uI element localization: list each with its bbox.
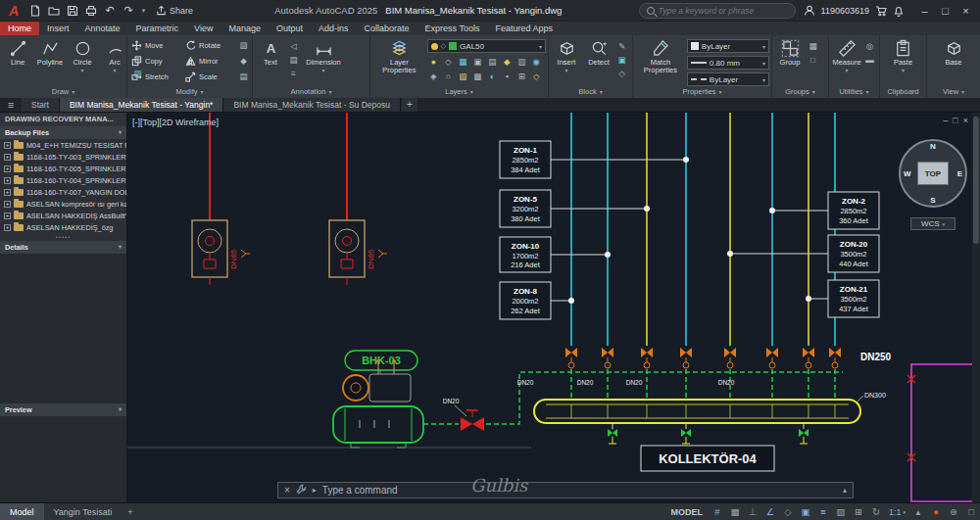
viewcube-top-face[interactable]: TOP <box>917 162 949 185</box>
ortho-toggle[interactable]: ⊥ <box>744 503 761 520</box>
gear-icon[interactable]: ⊛ <box>945 503 962 520</box>
zone-box-zon-2[interactable]: ZON-2 2850m2 360 Adet <box>828 192 879 229</box>
bell-icon[interactable] <box>893 5 905 17</box>
add-layout-button[interactable]: + <box>122 503 138 520</box>
layer-walk-icon[interactable]: ◉ <box>530 56 543 68</box>
backup-file-item[interactable]: +ASELSAN HAKKEDİŞ AssBuiltY <box>0 210 126 221</box>
new-drawing-tab-button[interactable]: + <box>402 98 417 112</box>
save-button[interactable] <box>65 3 80 19</box>
clean-screen-toggle[interactable]: □ <box>962 503 980 520</box>
isodraft-toggle[interactable]: ◇ <box>779 503 797 520</box>
bhk-label[interactable]: BHK-03 <box>345 351 417 370</box>
polar-tracking-toggle[interactable]: ∠ <box>761 503 779 520</box>
block-panel-label[interactable]: Block▾ <box>549 86 632 98</box>
layer-freeze-tool-icon[interactable]: ▦ <box>457 56 469 68</box>
zone-box-zon-20[interactable]: ZON-20 3500m2 440 Adet <box>828 235 879 272</box>
layer-merge-icon[interactable]: ▩ <box>471 71 484 82</box>
tab-parametric[interactable]: Parametric <box>128 22 187 35</box>
zone-box-zon-10[interactable]: ZON-10 1700m2 216 Adet <box>500 237 551 272</box>
user-icon[interactable] <box>804 5 815 17</box>
move-tool[interactable]: Move <box>129 40 183 51</box>
snap-toggle[interactable]: ▦ <box>726 503 744 520</box>
edit-block-icon[interactable]: ▣ <box>615 54 628 66</box>
linetype-select[interactable]: ByLayer ▾ <box>687 72 769 86</box>
tab-output[interactable]: Output <box>269 22 311 35</box>
zone-box-zon-1[interactable]: ZON-1 2850m2 384 Adet <box>500 141 551 178</box>
layer-current-icon[interactable]: ◇ <box>530 71 543 82</box>
layer-select[interactable]: ◇ GAL50 ▾ <box>427 39 546 53</box>
copy-tool[interactable]: Copy <box>129 56 183 67</box>
tab-express-tools[interactable]: Express Tools <box>417 22 488 35</box>
preview-header[interactable]: Preview▾ <box>0 403 126 416</box>
expand-icon[interactable]: + <box>4 189 11 196</box>
polyline-tool[interactable]: Polyline <box>34 37 66 67</box>
lineweight-select[interactable]: 0.80 mm ▾ <box>687 56 769 70</box>
zone-valve-stations[interactable] <box>565 348 841 368</box>
viewcube[interactable]: N S W E TOP <box>895 135 971 212</box>
stretch-tool[interactable]: Stretch <box>129 71 183 82</box>
tab-drawing-yangin[interactable]: BIM Manisa_Mekanik Tesisat - Yangin* <box>60 98 223 112</box>
expand-icon[interactable]: + <box>4 154 11 161</box>
block-attributes-icon[interactable]: ◇ <box>615 68 628 79</box>
rotate-tool[interactable]: Rotate <box>183 40 237 51</box>
viewport-minimize-icon[interactable]: – <box>943 116 948 125</box>
chevron-up-icon[interactable]: ▴ <box>843 486 847 495</box>
utilities-panel-label[interactable]: Utilities▾ <box>829 86 879 98</box>
annotation-scale[interactable]: 1:1 ▾ <box>885 507 909 517</box>
line-tool[interactable]: Line <box>2 37 33 67</box>
lineweight-toggle[interactable]: ≡ <box>814 503 832 520</box>
viewcube-north[interactable]: N <box>930 142 936 151</box>
measure-tool[interactable]: Measure▾ <box>831 37 862 73</box>
collector-drains[interactable] <box>608 423 808 444</box>
plot-button[interactable] <box>83 3 99 19</box>
modify-panel-label[interactable]: Modify▾ <box>127 86 252 98</box>
draw-panel-label[interactable]: Draw▾ <box>0 86 126 98</box>
ungroup-icon[interactable]: ▦ <box>807 40 819 52</box>
fire-riser-block-2[interactable]: DN65 <box>329 113 387 285</box>
redo-button[interactable]: ↷ <box>121 3 136 19</box>
cart-icon[interactable] <box>875 5 887 17</box>
zone-box-zon-8[interactable]: ZON-8 2000m2 262 Adet <box>500 282 551 319</box>
isolate-objects-toggle[interactable]: ● <box>927 503 945 520</box>
zone-box-zon-5[interactable]: ZON-5 3200m2 380 Adet <box>500 190 551 227</box>
details-header[interactable]: Details▾ <box>0 241 126 254</box>
tab-model[interactable]: Model <box>0 503 44 520</box>
detect-tool[interactable]: Detect <box>583 37 614 67</box>
transparency-toggle[interactable]: ▨ <box>832 503 850 520</box>
viewport-close-icon[interactable]: × <box>963 116 968 125</box>
palette-resize-handle[interactable]: ••••• <box>0 233 126 241</box>
id-point-icon[interactable]: ▬ <box>863 54 876 66</box>
backup-file-item[interactable]: +1168-160-TY-005_SPRINKLER T <box>0 163 126 174</box>
annotation-visibility-toggle[interactable]: ▴ <box>909 503 927 520</box>
create-block-icon[interactable]: ✎ <box>615 40 628 52</box>
layer-prev-icon[interactable]: ◆ <box>501 56 514 68</box>
expand-icon[interactable]: + <box>4 177 11 184</box>
tab-featured-apps[interactable]: Featured Apps <box>487 22 561 35</box>
array-tool-icon[interactable]: ▤ <box>237 71 250 82</box>
palette-title[interactable]: DRAWING RECOVERY MANA... <box>0 113 126 126</box>
tab-drawing-su-deposu[interactable]: BIM Manisa_Mekanik Tesisat - Su Deposu <box>223 98 401 112</box>
zone-box-zon-21[interactable]: ZON-21 3500m2 437 Adet <box>828 280 879 317</box>
viewcube-south[interactable]: S <box>930 196 935 205</box>
dn250-main[interactable]: DN250 DN300 <box>857 352 972 501</box>
viewport-controls[interactable]: [-][Top][2D Wireframe] <box>132 118 219 127</box>
viewcube-east[interactable]: E <box>957 169 962 178</box>
space-indicator[interactable]: MODEL <box>670 507 709 517</box>
viewcube-west[interactable]: W <box>904 169 911 178</box>
user-id[interactable]: 1190603619 <box>821 6 869 16</box>
match-properties-tool[interactable]: Match Properties <box>635 37 686 74</box>
insert-tool[interactable]: Insert▾ <box>551 37 582 73</box>
feed-pipe[interactable] <box>423 369 843 424</box>
tab-yangin-tesisati[interactable]: Yangin Tesisati <box>44 503 122 520</box>
base-tool[interactable]: Base <box>938 37 969 67</box>
wrench-icon[interactable] <box>296 484 307 496</box>
fire-riser-block-1[interactable]: DN65 <box>192 113 250 285</box>
search-box[interactable] <box>639 3 796 19</box>
pump-discharge-valve[interactable]: DN20 <box>443 398 484 431</box>
expand-icon[interactable]: + <box>4 224 11 231</box>
text-tool[interactable]: AText <box>255 37 286 67</box>
scale-tool[interactable]: Scale <box>183 71 237 82</box>
layer-lock-icon[interactable]: ▣ <box>471 56 484 68</box>
command-prompt[interactable]: Type a command <box>322 485 398 496</box>
kollektor-label[interactable]: KOLLEKTÖR-04 <box>641 446 774 471</box>
